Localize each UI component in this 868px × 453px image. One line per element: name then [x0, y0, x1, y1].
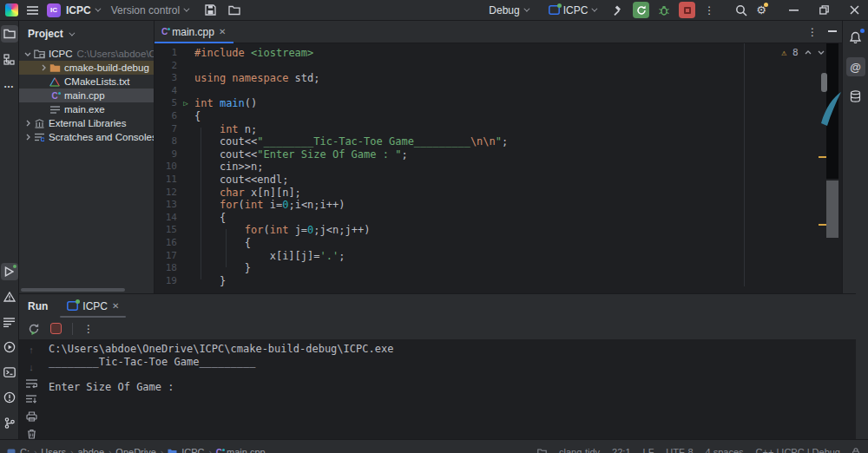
status-item[interactable]: C++ | ICPC | Debug [756, 447, 840, 453]
down-stack-trace-icon[interactable]: ↓ [29, 362, 34, 372]
editor-code-area[interactable]: 1#include <iostream>23using namespace st… [155, 43, 842, 293]
soft-wrap-icon[interactable] [26, 379, 37, 388]
breadcrumb-item[interactable]: ICPC [181, 447, 204, 453]
code-line-4[interactable]: 4 [155, 85, 842, 98]
code-line-3[interactable]: 3using namespace std; [155, 72, 842, 85]
scrollbar-thumb[interactable] [826, 181, 838, 238]
print-icon[interactable] [26, 411, 37, 422]
inspections-toolwindow-icon[interactable] [1, 389, 18, 406]
code-line-2[interactable]: 2 [155, 60, 842, 73]
warning-stripe-mark[interactable] [819, 224, 826, 226]
code-line-18[interactable]: 18 } [155, 262, 842, 275]
inspection-widget[interactable]: ⚠ 8 [781, 47, 825, 58]
tree-row-main-exe[interactable]: main.exe [19, 102, 154, 116]
terminal-toolwindow-icon[interactable] [1, 364, 18, 381]
code-line-9[interactable]: 9 cout<<"Enter Size Of Game : "; [155, 148, 842, 161]
code-line-5[interactable]: 5▷int main() [155, 97, 842, 110]
tab-options-icon[interactable]: ⋮ [807, 26, 818, 38]
run-tab-icpc[interactable]: ICPC ✕ [58, 294, 128, 318]
project-hscrollbar[interactable] [21, 288, 125, 292]
minimize-button[interactable] [789, 10, 799, 11]
tree-row-cmake-build-debug[interactable]: cmake-build-debug [19, 61, 154, 75]
breadcrumb-item[interactable]: Users [41, 447, 66, 453]
breadcrumb-item[interactable]: C: [20, 447, 30, 453]
rerun-icon[interactable] [28, 323, 40, 335]
status-item[interactable]: LF [643, 447, 654, 453]
code-line-16[interactable]: 16 { [155, 237, 842, 250]
git-toolwindow-icon[interactable] [1, 414, 18, 431]
breadcrumb[interactable]: C:›Users›abdoe›OneDrive›ICPC›Cmain.cpp [7, 447, 266, 453]
up-stack-trace-icon[interactable]: ↑ [29, 345, 34, 355]
code-line-8[interactable]: 8 cout<<"________Tic-Tac-Toe Game_______… [155, 135, 842, 148]
code-line-12[interactable]: 12 char x[n][n]; [155, 187, 842, 200]
status-item[interactable]: UTF-8 [666, 447, 693, 453]
tab-close-icon[interactable]: ✕ [219, 27, 226, 36]
restore-button[interactable] [819, 5, 829, 15]
tree-row-cmakelists-txt[interactable]: CMakeLists.txt [19, 75, 154, 89]
problems-toolwindow-icon[interactable] [1, 288, 18, 305]
stop-button[interactable] [679, 2, 695, 18]
breadcrumb-item[interactable]: OneDrive [115, 447, 155, 453]
run-toolwindow-icon[interactable] [1, 263, 18, 280]
lock-icon[interactable] [852, 448, 859, 453]
tree-row-external-libraries[interactable]: External Libraries [19, 116, 154, 130]
clear-all-icon[interactable] [27, 429, 36, 439]
main-menu-icon[interactable] [23, 6, 42, 15]
close-button[interactable] [850, 5, 859, 15]
chevron-right-icon[interactable] [23, 120, 33, 127]
run-tab-close-icon[interactable]: ✕ [112, 301, 119, 311]
save-all-icon[interactable] [205, 4, 216, 16]
tab-main-cpp[interactable]: C main.cpp ✕ [155, 21, 233, 43]
settings-gear-icon[interactable]: ⚙ [756, 3, 766, 16]
project-badge[interactable]: IC [47, 3, 61, 17]
running-process-widget[interactable]: ICPC [549, 4, 596, 16]
vcs-widget[interactable]: Version control [111, 4, 187, 16]
run-line-icon[interactable]: ▷ [177, 97, 194, 110]
code-line-17[interactable]: 17 x[i][j]='.'; [155, 250, 842, 263]
run-more-options-icon[interactable]: ⋮ [83, 323, 94, 335]
code-line-6[interactable]: 6{ [155, 110, 842, 123]
database-icon[interactable] [846, 87, 865, 106]
more-toolwindows-icon[interactable]: … [1, 76, 18, 93]
project-panel-header[interactable]: Project [19, 21, 154, 47]
code-line-10[interactable]: 10 cin>>n; [155, 161, 842, 174]
run-panel-title[interactable]: Run [19, 300, 58, 312]
console[interactable]: ↑ ↓ C:\Users\abdoe\OneDrive\ICPC\cmake-b… [19, 339, 856, 439]
code-line-7[interactable]: 7 int n; [155, 123, 842, 136]
chevron-down-icon[interactable] [23, 52, 33, 56]
breadcrumb-item[interactable]: main.cpp [227, 447, 266, 453]
code-line-15[interactable]: 15 for(int j=0;j<n;j++) [155, 224, 842, 237]
services-toolwindow-icon[interactable] [1, 338, 18, 356]
open-folder-icon[interactable] [228, 5, 240, 16]
prev-issue-icon[interactable] [805, 50, 812, 55]
tree-row-scratches-and-consoles[interactable]: Scratches and Consoles [19, 130, 154, 144]
structure-toolwindow-icon[interactable] [1, 50, 18, 68]
chevron-right-icon[interactable] [23, 134, 33, 141]
hide-editor-icon[interactable] [828, 30, 837, 32]
code-line-14[interactable]: 14 { [155, 212, 842, 225]
rerun-button[interactable] [633, 2, 649, 18]
build-hammer-icon[interactable] [613, 4, 624, 16]
tree-row-icpc[interactable]: ICPCC:\Users\abdoe\OneDri [19, 47, 154, 61]
todo-toolwindow-icon[interactable] [1, 313, 18, 331]
code-line-13[interactable]: 13 for(int i=0;i<n;i++) [155, 199, 842, 212]
status-item[interactable]: 4 spaces [706, 447, 744, 453]
search-icon[interactable] [735, 4, 747, 16]
code-line-19[interactable]: 19 } [155, 275, 842, 288]
status-item[interactable]: 22:1 [612, 447, 630, 453]
scrollbar-mini-thumb[interactable] [821, 73, 827, 92]
chevron-right-icon[interactable] [38, 64, 49, 71]
scroll-to-end-icon[interactable] [26, 395, 36, 404]
project-selector[interactable]: ICPC [66, 4, 99, 16]
run-config-selector[interactable]: Debug [489, 4, 527, 16]
ai-assistant-icon[interactable]: @ [846, 57, 865, 76]
code-line-11[interactable]: 11 cout<<endl; [155, 174, 842, 187]
code-line-1[interactable]: 1#include <iostream> [155, 47, 842, 60]
tree-row-main-cpp[interactable]: Cmain.cpp [19, 89, 154, 102]
debug-bug-icon[interactable] [658, 4, 670, 16]
more-actions-icon[interactable]: ⋮ [704, 4, 714, 16]
warning-stripe-mark[interactable] [819, 156, 826, 158]
status-item[interactable]: clang-tidy [559, 447, 600, 453]
stop-process-icon[interactable] [50, 323, 62, 334]
breadcrumb-item[interactable]: abdoe [77, 447, 104, 453]
